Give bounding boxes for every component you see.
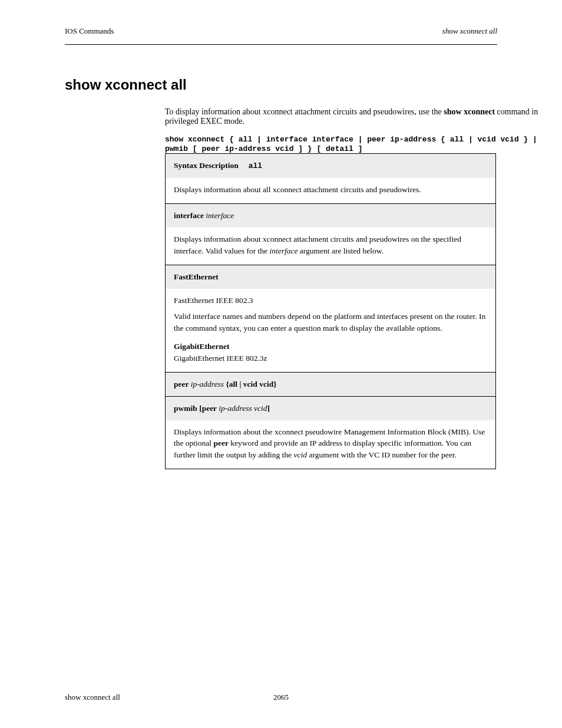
row-head: peer ip-address {all | vcid vcid}	[166, 373, 495, 396]
pwmib-tail: ]	[267, 404, 270, 413]
syntax-description-panel: Syntax Description all Displays informat…	[165, 153, 496, 469]
keyword-all: all	[249, 162, 262, 170]
row-interface: interface interface Displays information…	[166, 203, 495, 265]
row-fastethernet: FastEthernet FastEthernet IEEE 802.3 Val…	[166, 265, 495, 372]
section-title: show xconnect all	[65, 77, 187, 93]
row-head: pwmib [peer ip-address vcid]	[166, 397, 495, 420]
kw-peer2: peer	[214, 439, 229, 447]
keyword-gigabitethernet: GigabitEthernet	[174, 342, 230, 351]
intro-text: To display information about xconnect at…	[165, 107, 444, 116]
footer-page-number: 2065	[65, 693, 497, 702]
keyword-fastethernet: FastEthernet	[174, 272, 219, 281]
syntax-description-label: Syntax Description	[174, 161, 239, 170]
arg-ipaddress: ip-address	[191, 380, 224, 388]
row-body: Displays information about all xconnect …	[166, 178, 495, 204]
keyword-pwmib: pwmib [peer	[174, 404, 219, 413]
syntax-line: show xconnect { all | interface interfac…	[165, 135, 537, 153]
intro-bold: show xconnect	[444, 107, 495, 116]
row-peer: peer ip-address {all | vcid vcid} Displa…	[166, 372, 495, 396]
row-head: Syntax Description all	[166, 154, 495, 178]
intro-paragraph: To display information about xconnect at…	[165, 107, 562, 153]
desc-all: Displays information about all xconnect …	[174, 185, 421, 194]
peer-tail: {all | vcid vcid}	[224, 380, 276, 388]
arg-vcid2: vcid	[294, 450, 308, 459]
keyword-interface: interface	[174, 211, 206, 220]
arg-ip-vcid: ip-address vcid	[219, 404, 267, 413]
row-body: Displays information about the xconnect …	[166, 420, 495, 469]
header-right: show xconnect all	[442, 27, 497, 36]
page: IOS Commands show xconnect all show xcon…	[0, 0, 562, 728]
keyword-peer: peer	[174, 380, 191, 388]
row-head: FastEthernet	[166, 265, 495, 289]
desc-suffix: argument are listed below.	[297, 246, 383, 255]
desc-italic: interface	[269, 246, 297, 255]
fe-line2: Valid interface names and numbers depend…	[174, 311, 487, 334]
header-left: IOS Commands	[65, 27, 114, 36]
ge-line: GigabitEthernet IEEE 802.3z	[174, 353, 487, 364]
row-body: Displays information about xconnect atta…	[166, 228, 495, 265]
row-head: interface interface	[166, 204, 495, 228]
row-all: Syntax Description all Displays informat…	[166, 154, 495, 203]
row-body: FastEthernet IEEE 802.3 Valid interface …	[166, 289, 495, 373]
page-header: IOS Commands show xconnect all	[65, 27, 497, 45]
row-pwmib: pwmib [peer ip-address vcid] Displays in…	[166, 396, 495, 469]
arg-interface: interface	[206, 211, 234, 220]
fe-line1: FastEthernet IEEE 802.3	[174, 295, 487, 307]
desc-pwmib-tail: argument with the VC ID number for the p…	[307, 450, 457, 459]
